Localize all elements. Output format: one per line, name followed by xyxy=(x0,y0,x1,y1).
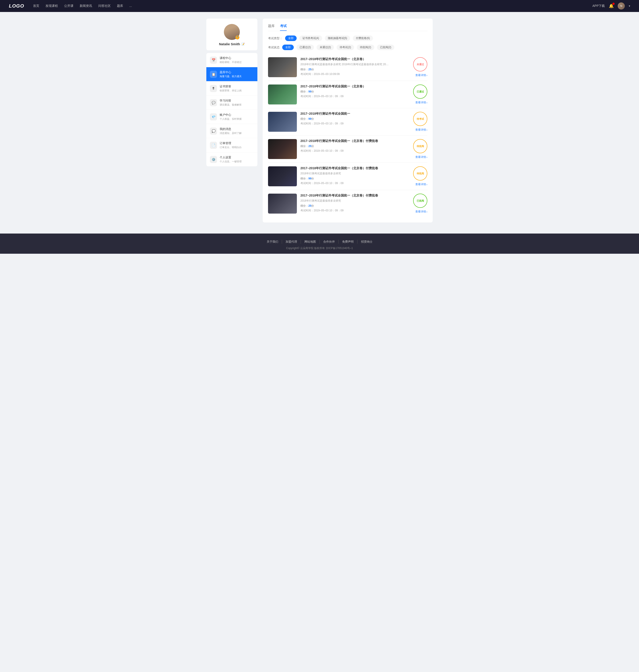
filter-type-cert[interactable]: 证书类考试(4) xyxy=(299,35,322,41)
sidebar-item-title: 学习问答 xyxy=(220,99,241,103)
chevron-right-icon: › xyxy=(426,156,427,159)
sidebar-item-account-center[interactable]: 💎 账户中心 个人权益、实时掌握 xyxy=(206,110,258,124)
footer: 关于我们 加盟代理 网站地图 合作伙伴 免费声明 招贤纳士 Copyright©… xyxy=(0,234,639,254)
detail-link[interactable]: 查看详情 › xyxy=(415,155,427,159)
exam-title: 2017–2018年行测证件考试全国统一（北京卷）付费批卷 xyxy=(300,139,402,143)
chevron-right-icon: › xyxy=(426,128,427,131)
tab-library[interactable]: 题库 xyxy=(268,24,275,31)
footer-link-partners[interactable]: 合作伙伴 xyxy=(320,240,339,244)
sidebar-item-course-center[interactable]: 📅 课程中心 精彩课程、不容错过 xyxy=(206,53,258,67)
sidebar-avatar-wrap: 🏅 xyxy=(224,24,240,40)
sidebar-item-orders[interactable]: 📄 订单管理 订单支出、明明白白 xyxy=(206,138,258,153)
exam-title: 2017–2018年行测证件考试全国统一（北京卷） xyxy=(300,84,402,89)
sidebar-item-certificate[interactable]: 🎖 证书荣誉 收获荣誉、持证上岗 xyxy=(206,81,258,96)
chevron-down-icon[interactable]: ▾ xyxy=(629,4,630,7)
detail-link[interactable]: 查看详情 › xyxy=(415,210,427,213)
exam-info-1: 2017–2018年行测证件考试全国统一（北京卷） 2018年行测考试是最值得多… xyxy=(300,57,402,76)
edit-name-icon[interactable]: 📝 xyxy=(241,43,245,46)
filter-type-all[interactable]: 全部 xyxy=(285,35,297,41)
exam-thumbnail-3 xyxy=(268,112,297,132)
notification-badge xyxy=(612,3,614,5)
status-badge: 未通过 xyxy=(413,57,427,71)
avatar[interactable]: N xyxy=(618,2,625,10)
nav-news[interactable]: 新闻资讯 xyxy=(80,4,92,8)
filter-status-all[interactable]: 全部 xyxy=(282,45,294,50)
exam-title: 2017–2018年行测证件考试全国统一（北京卷） xyxy=(300,57,402,61)
exam-thumbnail-6 xyxy=(268,194,297,213)
sidebar-menu: 📅 课程中心 精彩课程、不容错过 📋 题库中心 海量习题、助力通关 🎖 证书荣誉… xyxy=(206,53,258,166)
calendar-icon: 📅 xyxy=(210,57,217,64)
score-value: 25 xyxy=(308,145,311,148)
exam-action-1: 未通过 查看详情 › xyxy=(405,57,427,77)
exam-info-2: 2017–2018年行测证件考试全国统一（北京卷） 得分：99分 考试时间：20… xyxy=(300,84,402,98)
exam-time: 考试时间：2019–05–03 10：09：09 xyxy=(300,149,402,153)
tab-exam[interactable]: 考试 xyxy=(280,24,287,31)
sidebar-item-text: 证书荣誉 收获荣誉、持证上岗 xyxy=(220,84,241,92)
exam-time: 考试时间：2019–05–03 10:09:09 xyxy=(300,72,402,76)
sidebar-item-settings[interactable]: ⚙️ 个人设置 个人信息、一键管理 xyxy=(206,153,258,166)
score-value: 25 xyxy=(308,68,311,71)
app-download-link[interactable]: APP下载 xyxy=(592,4,605,8)
nav-more[interactable]: ... xyxy=(129,4,132,8)
filter-status-passed[interactable]: 已通过(2) xyxy=(296,45,314,50)
exam-score: 得分：99分 xyxy=(300,177,402,180)
nav-courses[interactable]: 发现课程 xyxy=(46,4,58,8)
exam-action-5: 待批阅 查看详情 › xyxy=(405,166,427,186)
nav-open-courses[interactable]: 公开课 xyxy=(64,4,74,8)
footer-link-about[interactable]: 关于我们 xyxy=(263,240,282,244)
exam-title: 2017–2018年行测证件考试全国统一（北京卷）付费批卷 xyxy=(300,166,402,170)
sidebar-user-name: Natalie Smith 📝 xyxy=(210,42,254,46)
exam-score: 得分：25分 xyxy=(300,68,402,71)
chevron-right-icon: › xyxy=(426,101,427,104)
detail-link[interactable]: 查看详情 › xyxy=(415,101,427,105)
filter-status-pending-exam[interactable]: 待考试(2) xyxy=(337,45,354,50)
sidebar-item-messages[interactable]: 💭 我的消息 消息通知、及时了解 xyxy=(206,124,258,138)
sidebar-item-title: 题库中心 xyxy=(220,70,241,74)
sidebar-item-sub: 课后重温、疑难解答 xyxy=(220,103,241,107)
footer-copyright: Copyright© 云朵商学院 版权所有 京ICP备17051340号–1 xyxy=(4,246,635,250)
sidebar-item-text: 学习问答 课后重温、疑难解答 xyxy=(220,99,241,107)
table-row: 2017–2018年行测证件考试全国统一（北京卷） 2018年行测考试是最值得多… xyxy=(268,54,427,81)
sidebar-item-question-bank[interactable]: 📋 题库中心 海量习题、助力通关 xyxy=(206,67,258,81)
notification-bell[interactable]: 🔔 xyxy=(609,3,614,9)
nav-qa[interactable]: 问答社区 xyxy=(98,4,111,8)
chevron-right-icon: › xyxy=(426,183,427,186)
chevron-right-icon: › xyxy=(426,74,427,77)
exam-time: 考试时间：2019–05–03 10：09：09 xyxy=(300,209,402,212)
main-container: 🏅 Natalie Smith 📝 📅 课程中心 精彩课程、不容错过 📋 题库中… xyxy=(202,12,437,229)
nav-home[interactable]: 首页 xyxy=(33,4,39,8)
sidebar-item-sub: 订单支出、明明白白 xyxy=(220,146,241,149)
table-row: 2017–2018年行测证件考试全国统一（北京卷）付费批卷 2018年行测考试是… xyxy=(268,190,427,217)
exam-action-3: 待考试 查看详情 › xyxy=(405,112,427,132)
detail-link[interactable]: 查看详情 › xyxy=(415,128,427,132)
footer-link-careers[interactable]: 招贤纳士 xyxy=(357,240,376,244)
detail-link[interactable]: 查看详情 › xyxy=(415,74,427,77)
chat-icon: 💬 xyxy=(210,99,217,106)
content-area: 题库 考试 考试类型： 全部 证书类考试(4) 随机抽题考试(5) 付费批卷(6… xyxy=(263,19,433,222)
filter-status-failed[interactable]: 未通过(2) xyxy=(317,45,334,50)
nav-exam-bank[interactable]: 题库 xyxy=(117,4,123,8)
sidebar-item-title: 证书荣誉 xyxy=(220,84,241,89)
footer-link-disclaimer[interactable]: 免费声明 xyxy=(339,240,357,244)
exam-desc: 2018年行测考试是最值得多去研究 xyxy=(300,199,389,203)
message-icon: 💭 xyxy=(210,128,217,134)
navbar: LOGO 首页 发现课程 公开课 新闻资讯 问答社区 题库 ... APP下载 … xyxy=(0,0,639,12)
document-icon: 📄 xyxy=(210,142,217,149)
exam-thumbnail-2 xyxy=(268,84,297,105)
exam-list: 2017–2018年行测证件考试全国统一（北京卷） 2018年行测考试是最值得多… xyxy=(268,54,427,217)
exam-info-3: 2017–2018年行测证件考试全国统一 得分：99分 考试时间：2019–05… xyxy=(300,112,402,126)
exam-desc: 2018年行测考试是最值得多去研究 xyxy=(300,172,389,175)
sidebar-item-study-qa[interactable]: 💬 学习问答 课后重温、疑难解答 xyxy=(206,96,258,110)
filter-status-reviewed[interactable]: 已批阅(2) xyxy=(377,45,394,50)
detail-link[interactable]: 查看详情 › xyxy=(415,182,427,186)
footer-link-sitemap[interactable]: 网站地图 xyxy=(301,240,320,244)
filter-status-pending-review[interactable]: 待批阅(2) xyxy=(357,45,374,50)
filter-type-random[interactable]: 随机抽题考试(5) xyxy=(325,35,350,41)
exam-title: 2017–2018年行测证件考试全国统一 xyxy=(300,112,402,116)
sidebar-item-sub: 个人权益、实时掌握 xyxy=(220,117,241,121)
sidebar-item-sub: 海量习题、助力通关 xyxy=(220,75,241,78)
sidebar-item-sub: 收获荣誉、持证上岗 xyxy=(220,89,241,92)
status-badge: 已通过 xyxy=(413,84,427,99)
filter-type-paid[interactable]: 付费批卷(6) xyxy=(353,35,373,41)
footer-link-franchise[interactable]: 加盟代理 xyxy=(282,240,301,244)
